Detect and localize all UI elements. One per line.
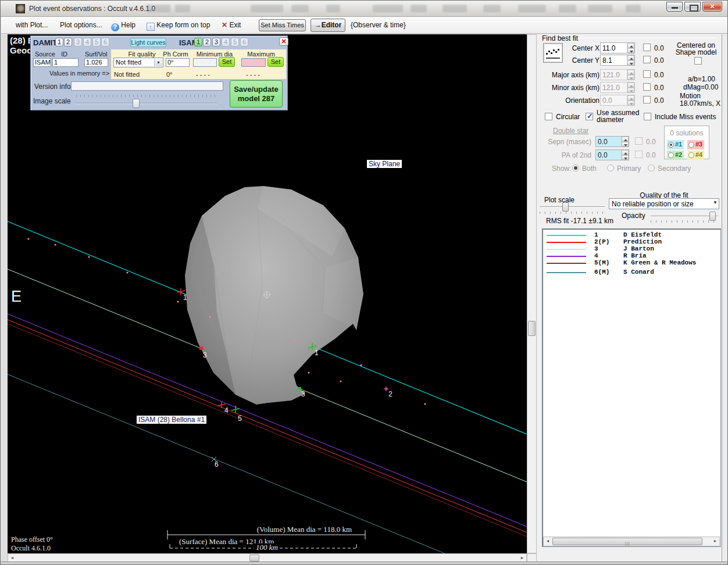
show-primary-radio[interactable] [607,165,614,171]
fit-quality-dropdown[interactable]: Not fitted ▼ [113,58,163,67]
solution-1-radio[interactable]: #1 [667,140,684,149]
spinner-arrows [621,137,629,146]
menu-with-plot[interactable]: with Plot... [16,21,48,29]
spinner-arrows [621,150,629,160]
maximize-button[interactable] [684,2,701,12]
major-axis-spin[interactable]: 121.0 [600,69,635,80]
show-label: Show: [552,165,571,173]
damit-model-2-button[interactable]: 2 [64,38,72,47]
scroll-right-icon[interactable]: ► [518,554,526,562]
orientation-spin[interactable]: 0.0 [600,95,635,106]
pa-of-2nd-label: PA of 2nd [545,151,591,159]
menu-plot-options[interactable]: Plot options... [60,21,102,29]
close-button[interactable]: ✕ [702,2,722,12]
scroll-right-icon[interactable]: ► [711,537,719,545]
light-curves-button[interactable]: Light curves [130,38,166,47]
image-scale-thumb[interactable] [133,99,140,108]
damit-model-1-button[interactable]: 1 [55,38,63,47]
center-y-error-checkbox[interactable] [643,56,651,63]
pa-of-2nd-spin[interactable]: 0.0 [595,149,629,160]
circular-checkbox[interactable] [545,113,552,120]
solution-2-radio[interactable]: #2 [667,151,684,160]
sepn-spin[interactable]: 0.0 [595,136,629,147]
opacity-slider[interactable] [651,216,718,217]
chord-number-label: 3 [301,391,305,398]
background-window-artifact [483,5,501,12]
solution-3-radio[interactable]: #3 [687,140,704,149]
plot-canvas[interactable]: (28) B Geoc E Sky Plane ISAM (28) Bellon… [8,34,527,553]
isam-model-5-button[interactable]: 5 [231,38,239,47]
pa-error-checkbox[interactable] [635,151,643,158]
minimum-dia-field[interactable] [193,58,217,67]
plot-vscroll-thumb[interactable] [528,321,536,336]
major-axis-error-checkbox[interactable] [643,70,651,78]
menu-keep-on-top[interactable]: ↑ Keep form on top [147,21,210,31]
menu-help[interactable]: ? Help [111,21,135,31]
chord-number-label: 4 [224,407,229,414]
panel-close-button[interactable]: ✕ [279,37,288,46]
isam-model-3-button[interactable]: 3 [212,38,220,47]
quality-of-fit-dropdown[interactable]: No reliable position or size ▼ [609,198,719,209]
scroll-left-icon[interactable]: ◄ [8,554,16,562]
menu-toolbar: with Plot... Plot options... ? Help ↑ Ke… [1,17,728,34]
sepn-error-value: 0.0 [646,138,656,146]
sepn-error-checkbox[interactable] [635,137,643,145]
set-minimum-button[interactable]: Set [219,57,235,67]
minor-axis-error-checkbox[interactable] [643,83,651,91]
minimize-button[interactable] [666,2,683,12]
include-miss-events-label: Include Miss events [655,113,716,121]
dropdown-arrow-icon: ▼ [154,59,162,66]
maximum-dia-field[interactable] [241,58,266,67]
isam-model-1-button[interactable]: 1 [194,38,202,47]
isam-model-2-button[interactable]: 2 [203,38,211,47]
values-in-memory-label: Values in memory => [49,70,109,77]
image-scale-slider[interactable] [75,103,217,104]
set-miss-times-button[interactable]: Set Miss Times [259,19,306,31]
opacity-thumb[interactable] [709,212,716,221]
show-both-radio[interactable] [572,165,579,171]
include-miss-events-checkbox[interactable] [644,113,651,120]
version-info-field[interactable] [71,81,223,91]
source-column-header: Source [35,51,55,58]
form-right-scrollbar[interactable] [722,34,728,562]
damit-model-5-button[interactable]: 5 [92,38,101,47]
save-update-model-button[interactable]: Save/update model 287 [230,80,283,108]
menu-exit[interactable]: ✕ Exit [222,21,241,29]
title-bar[interactable]: Plot event observations : Occult v.4.6.1… [1,1,728,17]
ph-corr-field[interactable]: 0° [166,58,190,67]
damit-model-3-button[interactable]: 3 [74,38,82,47]
solution-4-radio[interactable]: #4 [687,151,704,160]
plot-scale-slider[interactable] [540,206,605,208]
legend-horizontal-scrollbar[interactable]: ◄ ||| ► [543,537,720,546]
background-window-artifact [175,5,190,12]
motion-label: Motion [680,92,701,100]
spinner-arrows[interactable] [627,55,634,65]
plot-hscroll-thumb[interactable] [249,555,259,562]
background-window-artifact [626,5,641,12]
app-window: Plot event observations : Occult v.4.6.1… [0,0,728,565]
id-column-header: ID [61,51,67,58]
shape-model-panel[interactable]: DAMIT 1 2 3 4 5 6 Light curves ISAM 1 2 … [30,35,288,110]
isam-model-4-button[interactable]: 4 [222,38,230,47]
show-secondary-radio[interactable] [648,165,655,171]
centered-on-shape-checkbox[interactable] [694,57,702,65]
set-maximum-button[interactable]: Set [267,57,284,67]
use-assumed-diameter-checkbox[interactable] [586,113,593,120]
scroll-left-icon[interactable]: ◄ [544,537,552,545]
plot-vertical-scrollbar[interactable] [527,34,537,553]
east-direction-label: E [11,289,22,305]
center-x-spin[interactable]: 11.0 [600,42,635,53]
editor-button[interactable]: →Editor [311,19,345,32]
geocentric-label: Geoc [10,45,32,55]
orientation-error-checkbox[interactable] [643,96,651,103]
spinner-arrows[interactable] [627,43,634,53]
isam-model-6-button[interactable]: 6 [240,38,248,47]
minor-axis-spin[interactable]: 121.0 [600,82,635,93]
observer-legend-list[interactable]: 1 D Eisfeldt 2(P) Prediction 3 J Barton … [542,228,721,547]
damit-model-4-button[interactable]: 4 [83,38,91,47]
center-y-spin[interactable]: 8.1 [600,55,635,66]
center-x-error-checkbox[interactable] [643,44,651,51]
plot-scale-thumb[interactable] [562,202,569,212]
damit-model-6-button[interactable]: 6 [101,38,109,47]
legend-hscroll-thumb[interactable]: ||| [552,538,702,545]
